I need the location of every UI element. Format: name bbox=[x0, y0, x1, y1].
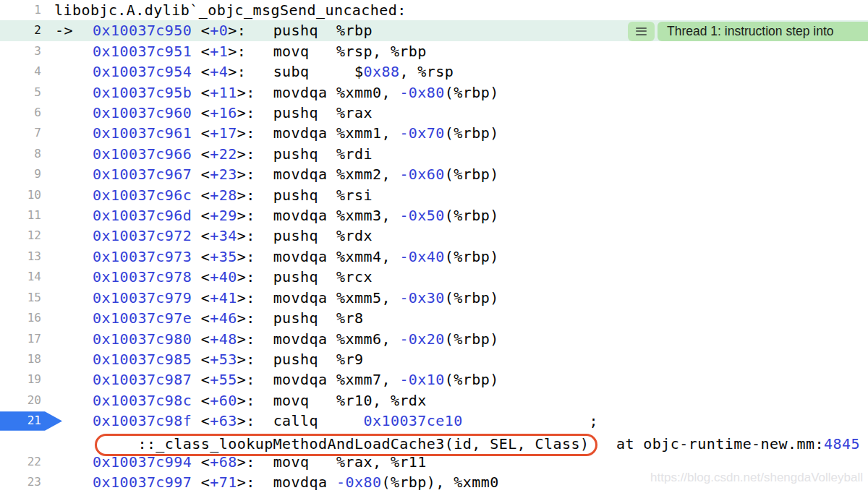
disassembly-line: 70x10037c961 <+17>: movdqa %xmm1, -0x70(… bbox=[0, 123, 868, 143]
code-segment: < bbox=[192, 330, 210, 348]
line-number[interactable]: 7 bbox=[0, 123, 41, 143]
code-segment: < bbox=[192, 453, 210, 471]
line-number[interactable]: 22 bbox=[0, 452, 41, 472]
code-literal: 0x10037c972 bbox=[93, 227, 192, 244]
disassembly-line: 200x10037c98c <+60>: movq %r10, %rdx bbox=[0, 390, 868, 411]
code-literal: +4 bbox=[210, 63, 228, 80]
code-literal: 0x10037ce10 bbox=[363, 412, 462, 429]
line-number[interactable]: 20 bbox=[0, 390, 41, 411]
code-literal: 0x88 bbox=[363, 63, 399, 80]
line-number[interactable]: 1 bbox=[0, 0, 41, 20]
code-literal: +71 bbox=[210, 473, 237, 491]
line-number[interactable]: 14 bbox=[0, 267, 41, 287]
code-literal: 0x10037c96c bbox=[93, 187, 192, 204]
disassembly-line: 40x10037c954 <+4>: subq $0x88, %rsp bbox=[0, 61, 868, 82]
disassembly-line: 110x10037c96d <+29>: movdqa %xmm3, -0x50… bbox=[0, 205, 868, 226]
code-segment: >: movdqa %xmm5, bbox=[237, 289, 400, 306]
code-literal: +41 bbox=[210, 289, 237, 306]
code-segment: >: pushq %rsi bbox=[237, 187, 373, 204]
code-literal: +29 bbox=[210, 207, 237, 224]
line-number[interactable]: 12 bbox=[0, 226, 41, 246]
debugger-badge-menu-button[interactable] bbox=[628, 22, 655, 41]
code-literal: +16 bbox=[210, 104, 237, 121]
disassembly-line: 150x10037c979 <+41>: movdqa %xmm5, -0x30… bbox=[0, 288, 868, 308]
code-literal: +28 bbox=[210, 187, 237, 204]
line-number[interactable]: 6 bbox=[0, 103, 41, 123]
code-segment: < bbox=[192, 104, 210, 121]
debugger-annotation-badge[interactable]: Thread 1: instruction step into bbox=[658, 22, 868, 41]
code-text: 0x10037c966 <+22>: pushq %rdi bbox=[93, 144, 373, 164]
comment-continuation-line: ::_class_lookupMethodAndLoadCache3(id, S… bbox=[0, 432, 868, 452]
line-number: 21 bbox=[0, 411, 41, 431]
code-segment: < bbox=[192, 248, 210, 265]
disassembly-line: 210x10037c98f <+63>: callq 0x10037ce10 ; bbox=[0, 411, 868, 431]
code-literal: -0x80 bbox=[336, 473, 381, 491]
line-number[interactable]: 11 bbox=[0, 205, 41, 226]
code-literal: +11 bbox=[210, 84, 237, 101]
code-segment: >: pushq %rcx bbox=[237, 268, 373, 286]
line-number[interactable]: 3 bbox=[0, 41, 41, 61]
line-number[interactable]: 8 bbox=[0, 144, 41, 164]
code-segment: < bbox=[192, 187, 210, 204]
code-segment: < bbox=[192, 145, 210, 163]
code-literal: -0x10 bbox=[399, 371, 444, 388]
line-number[interactable]: 9 bbox=[0, 164, 41, 184]
code-segment: < bbox=[192, 412, 210, 429]
line-number[interactable]: 19 bbox=[0, 369, 41, 390]
disassembly-line: 120x10037c972 <+34>: pushq %rdx bbox=[0, 226, 868, 246]
code-segment: >: pushq %r9 bbox=[237, 351, 364, 368]
line-number[interactable]: 5 bbox=[0, 82, 41, 103]
code-segment: >: movdqa %xmm2, bbox=[237, 166, 400, 183]
code-segment: < bbox=[192, 63, 210, 80]
code-literal: 0x10037c987 bbox=[93, 371, 192, 388]
disassembly-line: 90x10037c967 <+23>: movdqa %xmm2, -0x60(… bbox=[0, 164, 868, 184]
code-segment: >: pushq %r8 bbox=[237, 309, 364, 327]
code-literal: +46 bbox=[210, 309, 237, 327]
code-literal: +34 bbox=[210, 227, 237, 244]
code-literal: 0x10037c967 bbox=[93, 166, 192, 183]
code-literal: 0x10037c973 bbox=[93, 248, 192, 265]
disassembly-line: 100x10037c96c <+28>: pushq %rsi bbox=[0, 185, 868, 205]
line-number[interactable]: 4 bbox=[0, 61, 41, 82]
disassembly-view: { "colors": { "background": "#ffffff", "… bbox=[0, 0, 868, 493]
line-number[interactable]: 15 bbox=[0, 288, 41, 308]
code-segment: < bbox=[192, 351, 210, 368]
code-segment: < bbox=[192, 84, 210, 101]
code-literal: +22 bbox=[210, 145, 237, 163]
code-literal: +23 bbox=[210, 166, 237, 183]
code-segment: ; bbox=[463, 412, 598, 429]
code-text: 0x10037c960 <+16>: pushq %rax bbox=[93, 103, 373, 123]
line-number[interactable]: 17 bbox=[0, 329, 41, 349]
code-literal: 0x10037c985 bbox=[93, 351, 192, 368]
disassembly-line: 190x10037c987 <+55>: movdqa %xmm7, -0x10… bbox=[0, 369, 868, 390]
code-segment: >: subq $ bbox=[228, 63, 363, 80]
code-literal: -0x20 bbox=[399, 330, 444, 348]
code-segment: >: movdqa %xmm0, bbox=[237, 84, 400, 101]
code-text: 0x10037c96c <+28>: pushq %rsi bbox=[93, 185, 373, 205]
hamburger-menu-icon bbox=[636, 27, 647, 35]
code-segment: (%rbp) bbox=[445, 207, 499, 224]
code-literal: -0x30 bbox=[399, 289, 444, 306]
line-number[interactable]: 23 bbox=[0, 472, 41, 492]
code-text: 0x10037c987 <+55>: movdqa %xmm7, -0x10(%… bbox=[93, 369, 499, 390]
disassembly-line: 160x10037c97e <+46>: pushq %r8 bbox=[0, 308, 868, 328]
breakpoint-marker[interactable]: 21 bbox=[0, 411, 62, 431]
code-literal: 0x10037c951 bbox=[93, 43, 192, 60]
code-text: 0x10037c98f <+63>: callq 0x10037ce10 ; bbox=[93, 411, 598, 431]
code-literal: 0x10037c950 bbox=[93, 22, 192, 39]
line-number[interactable]: 16 bbox=[0, 308, 41, 328]
code-segment: < bbox=[192, 268, 210, 286]
disassembly-line: 220x10037c994 <+68>: movq %rax, %r11 bbox=[0, 452, 868, 472]
code-segment: < bbox=[192, 207, 210, 224]
code-segment: < bbox=[192, 22, 210, 39]
code-segment: >: movq %rax, %r11 bbox=[237, 453, 427, 471]
line-number[interactable]: 10 bbox=[0, 185, 41, 205]
code-text: 0x10037c994 <+68>: movq %rax, %r11 bbox=[93, 452, 427, 472]
code-literal: 0x10037c997 bbox=[93, 473, 192, 491]
line-number[interactable]: 13 bbox=[0, 246, 41, 267]
code-literal: +40 bbox=[210, 268, 237, 286]
code-text: ::_class_lookupMethodAndLoadCache3(id, S… bbox=[93, 434, 860, 454]
disassembly-line: 130x10037c973 <+35>: movdqa %xmm4, -0x40… bbox=[0, 246, 868, 267]
line-number[interactable]: 18 bbox=[0, 349, 41, 369]
line-number[interactable]: 2 bbox=[0, 20, 41, 40]
